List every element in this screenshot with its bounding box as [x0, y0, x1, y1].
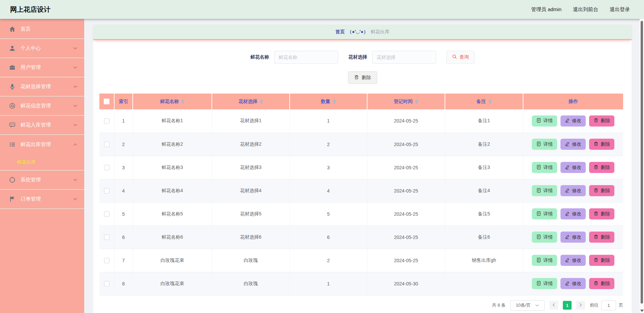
edit-button[interactable]: 修改: [560, 162, 586, 173]
delete-trash-icon: [593, 118, 599, 124]
row-checkbox[interactable]: [104, 281, 109, 286]
next-page-button[interactable]: [576, 301, 585, 310]
delete-button[interactable]: 删除: [589, 139, 614, 150]
cell-index: 5: [114, 202, 133, 225]
flower-name-input[interactable]: [274, 51, 338, 64]
detail-button[interactable]: 详情: [532, 162, 557, 173]
row-checkbox[interactable]: [104, 165, 109, 170]
logout-link[interactable]: 退出登录: [610, 6, 630, 13]
edit-button[interactable]: 修改: [560, 232, 586, 243]
user-icon: [9, 45, 16, 52]
edit-button[interactable]: 修改: [560, 139, 586, 150]
query-button[interactable]: 查询: [446, 51, 475, 64]
table-row: 7白玫瑰花束白玫瑰22024-05-25销售出库gfr详情修改删除: [99, 249, 623, 272]
page-size-select[interactable]: 10条/页: [510, 300, 545, 311]
select-all-checkbox[interactable]: [104, 99, 109, 104]
detail-doc-icon: [536, 165, 541, 171]
sidebar-item-home[interactable]: 首页: [0, 20, 84, 39]
detail-button[interactable]: 详情: [532, 185, 557, 196]
detail-button[interactable]: 详情: [532, 255, 557, 266]
row-checkbox[interactable]: [104, 118, 109, 124]
cell-actions: 详情修改删除: [523, 225, 623, 249]
delete-button[interactable]: 删除: [589, 162, 614, 173]
sidebar-item-profile[interactable]: 个人中心: [0, 39, 84, 58]
cell-actions: 详情修改删除: [523, 272, 623, 295]
delete-button[interactable]: 删除: [589, 208, 614, 219]
cell-material: 白玫瑰: [212, 249, 290, 272]
sort-caret-icon[interactable]: [333, 99, 336, 104]
topbar: 网上花店设计 管理员 admin 退出到前台 退出登录: [0, 0, 644, 19]
prev-page-button[interactable]: [549, 301, 558, 310]
sidebar-item-order-management[interactable]: 订单管理: [0, 190, 84, 209]
row-checkbox[interactable]: [104, 211, 109, 217]
sort-caret-icon[interactable]: [181, 99, 185, 104]
column-header-登记时间[interactable]: 登记时间: [367, 94, 445, 109]
column-header-备注[interactable]: 备注: [445, 94, 523, 109]
cell-actions: 详情修改删除: [523, 249, 623, 272]
edit-button[interactable]: 修改: [560, 208, 586, 219]
edit-pen-icon: [565, 211, 570, 217]
edit-button[interactable]: 修改: [560, 278, 586, 289]
row-checkbox[interactable]: [104, 258, 109, 263]
detail-doc-icon: [536, 118, 541, 124]
material-input[interactable]: [372, 51, 436, 64]
sidebar-item-user-management[interactable]: 用户管理: [0, 58, 84, 77]
scroll-down-arrow-icon[interactable]: [640, 310, 644, 312]
flag-icon: [9, 196, 16, 203]
detail-button[interactable]: 详情: [532, 232, 557, 243]
sidebar-item-flower-info-management[interactable]: 鲜花信息管理: [0, 97, 84, 116]
edit-button[interactable]: 修改: [560, 255, 586, 266]
cell-actions: 详情修改删除: [523, 179, 623, 202]
edit-button[interactable]: 修改: [560, 115, 586, 127]
detail-button[interactable]: 详情: [532, 139, 557, 150]
edit-pen-icon: [565, 188, 570, 194]
column-header-数量[interactable]: 数量: [290, 94, 367, 109]
table-row: 5鲜花名称5花材选择552024-05-25备注5详情修改删除: [99, 202, 623, 225]
sidebar-item-system-management[interactable]: 系统管理: [0, 171, 84, 190]
table-header-row: 索引鲜花名称花材选择数量登记时间备注操作: [99, 94, 623, 109]
delete-button[interactable]: 删除: [589, 185, 614, 196]
sidebar-subitem-outbound[interactable]: 鲜花出库: [0, 154, 84, 171]
chevron-down-icon: [73, 84, 77, 89]
table-row: 4鲜花名称4花材选择442024-05-25备注4详情修改删除: [99, 179, 623, 202]
row-checkbox[interactable]: [104, 235, 109, 240]
delete-button[interactable]: 删除: [589, 115, 614, 127]
cell-quantity: 2: [290, 249, 367, 272]
detail-button[interactable]: 详情: [532, 115, 557, 127]
sidebar-item-inbound-management[interactable]: 鲜花入库管理: [0, 116, 84, 135]
column-header-鲜花名称[interactable]: 鲜花名称: [133, 94, 212, 109]
table-row: 6鲜花名称6花材选择662024-05-25备注6详情修改删除: [99, 225, 623, 249]
row-checkbox[interactable]: [104, 142, 109, 147]
current-page-badge[interactable]: 1: [563, 301, 572, 310]
goto-page-input[interactable]: [601, 301, 616, 310]
delete-button[interactable]: 删除: [589, 278, 614, 289]
delete-button[interactable]: 删除: [589, 232, 614, 243]
cell-quantity: 1: [290, 109, 367, 133]
detail-button[interactable]: 详情: [532, 278, 557, 289]
sidebar-item-material-management[interactable]: 花材选择管理: [0, 77, 84, 97]
batch-delete-button[interactable]: 删除: [348, 71, 377, 84]
delete-button[interactable]: 删除: [589, 255, 614, 266]
cell-quantity: 3: [290, 156, 367, 179]
breadcrumb-home-link[interactable]: 首页: [335, 29, 345, 35]
cell-material: 花材选择2: [212, 133, 290, 156]
admin-user-label[interactable]: 管理员 admin: [531, 6, 561, 13]
cell-flower-name: 白玫瑰花束: [133, 249, 212, 272]
detail-doc-icon: [536, 281, 541, 287]
exit-to-front-link[interactable]: 退出到前台: [573, 6, 598, 13]
sidebar-item-outbound-management[interactable]: 鲜花出库管理: [0, 135, 84, 154]
scrollbar-thumb[interactable]: [641, 21, 643, 304]
row-checkbox[interactable]: [104, 188, 109, 194]
sort-caret-icon[interactable]: [488, 99, 492, 104]
sort-caret-icon[interactable]: [260, 99, 263, 104]
detail-button[interactable]: 详情: [532, 208, 557, 219]
column-header-花材选择[interactable]: 花材选择: [212, 94, 290, 109]
cell-flower-name: 鲜花名称2: [133, 133, 212, 156]
chevron-down-icon: [73, 123, 77, 127]
sort-caret-icon[interactable]: [415, 99, 418, 104]
chevron-down-icon: [73, 197, 77, 201]
detail-doc-icon: [536, 141, 541, 147]
edit-button[interactable]: 修改: [560, 185, 586, 196]
main-scrollbar[interactable]: [640, 19, 644, 313]
home-icon: [9, 26, 16, 33]
